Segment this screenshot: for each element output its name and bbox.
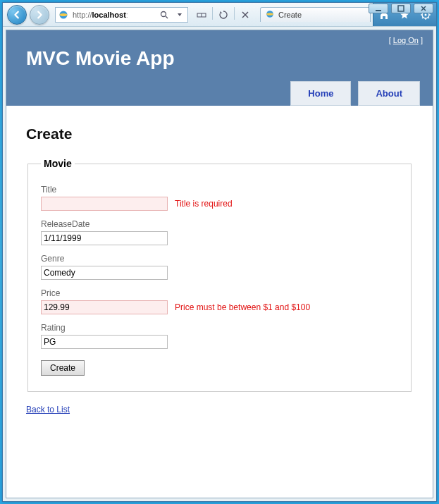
input-rating[interactable] bbox=[41, 335, 168, 349]
error-title: Title is required bbox=[175, 199, 233, 209]
label-price: Price bbox=[41, 288, 398, 298]
content-panel: Create Movie Title Title is required Rel… bbox=[6, 106, 433, 436]
input-title[interactable] bbox=[41, 197, 168, 211]
forward-button[interactable] bbox=[30, 5, 49, 25]
svg-rect-1 bbox=[398, 6, 404, 11]
svg-point-11 bbox=[425, 13, 427, 16]
logon-bar: [ Log On ] bbox=[6, 30, 433, 44]
page-body: [ Log On ] MVC Movie App Home About Crea… bbox=[6, 30, 433, 436]
toolbar-action-group bbox=[194, 7, 253, 23]
refresh-icon[interactable] bbox=[216, 7, 231, 23]
address-dropdown-icon[interactable] bbox=[172, 7, 187, 23]
minimize-button[interactable] bbox=[369, 4, 388, 13]
menu-about[interactable]: About bbox=[358, 81, 420, 106]
label-releasedate: ReleaseDate bbox=[41, 219, 398, 229]
address-text[interactable]: http://localhost: bbox=[71, 11, 156, 19]
logon-link[interactable]: Log On bbox=[393, 36, 419, 44]
input-genre[interactable] bbox=[41, 266, 168, 280]
compat-view-icon[interactable] bbox=[194, 7, 209, 23]
app-title: MVC Movie App bbox=[6, 44, 433, 81]
ie-page-icon bbox=[265, 9, 275, 20]
input-releasedate[interactable] bbox=[41, 231, 168, 245]
browser-window: http://localhost: bbox=[2, 2, 437, 502]
toolbar-separator bbox=[212, 7, 213, 20]
fieldset-legend: Movie bbox=[41, 158, 75, 169]
url-prefix: http:// bbox=[73, 11, 92, 19]
page-heading: Create bbox=[26, 125, 413, 142]
search-icon[interactable] bbox=[156, 7, 172, 23]
movie-fieldset: Movie Title Title is required ReleaseDat… bbox=[27, 158, 412, 392]
label-title: Title bbox=[41, 185, 398, 195]
svg-line-19 bbox=[422, 17, 423, 18]
svg-rect-0 bbox=[376, 10, 381, 11]
back-button[interactable] bbox=[7, 5, 27, 25]
tab-title: Create bbox=[278, 11, 363, 19]
svg-line-17 bbox=[428, 17, 429, 18]
main-menu: Home About bbox=[6, 81, 433, 106]
url-host: localhost bbox=[92, 11, 126, 19]
maximize-button[interactable] bbox=[391, 4, 411, 13]
back-to-list-link[interactable]: Back to List bbox=[26, 405, 70, 414]
ie-page-icon bbox=[58, 9, 69, 20]
toolbar-separator bbox=[234, 7, 235, 20]
url-trail: : bbox=[126, 11, 128, 19]
window-controls bbox=[369, 4, 433, 13]
browser-tab[interactable]: Create bbox=[260, 7, 371, 22]
svg-point-4 bbox=[161, 11, 166, 16]
menu-home[interactable]: Home bbox=[290, 81, 351, 106]
label-rating: Rating bbox=[41, 323, 398, 333]
logon-bracket-close: ] bbox=[419, 36, 423, 44]
svg-point-3 bbox=[60, 13, 68, 16]
stop-icon[interactable] bbox=[237, 7, 253, 23]
create-button[interactable]: Create bbox=[41, 360, 85, 376]
error-price: Price must be between $1 and $100 bbox=[175, 302, 310, 312]
page-viewport[interactable]: [ Log On ] MVC Movie App Home About Crea… bbox=[6, 30, 433, 498]
address-bar[interactable]: http://localhost: bbox=[55, 7, 188, 23]
svg-line-5 bbox=[166, 16, 168, 18]
label-genre: Genre bbox=[41, 254, 398, 264]
svg-point-9 bbox=[266, 13, 273, 16]
tab-strip: Create bbox=[260, 6, 370, 23]
close-button[interactable] bbox=[414, 4, 433, 13]
input-price[interactable] bbox=[41, 300, 168, 314]
